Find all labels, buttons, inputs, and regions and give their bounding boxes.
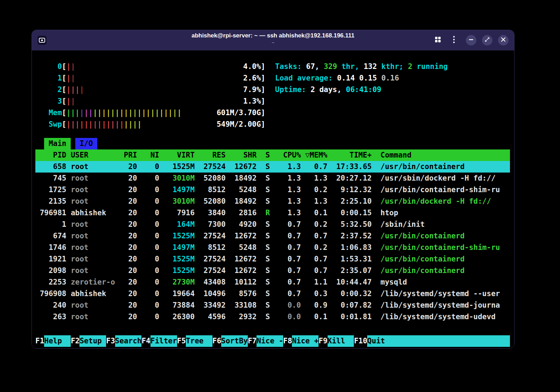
fkey-f9[interactable]: F9Kill [318,335,354,347]
cell-mem: 0.3 [310,288,328,300]
cell-shr: 12672 [226,161,257,173]
table-header-row: PIDUSERPRINIVIRTRESSHRSCPU%▽MEM%TIME+Com… [35,149,510,161]
process-row-796981[interactable]: 796981abhishek200791638402816R1.30.10:00… [35,207,510,219]
process-row-2253[interactable]: 2253zerotier-o2002730M4340810112S0.71.11… [35,276,510,288]
cell-ni: 0 [137,265,159,276]
cell-pri: 20 [115,300,137,311]
cell-shr: 33108 [226,300,257,311]
window-title: abhishek@rpi-server: ~ — ssh abhishek@19… [191,32,355,39]
cell-mem: 1.1 [310,276,328,288]
cell-pri: 20 [115,311,137,323]
tab-overview-button[interactable] [434,36,442,44]
cell-s: S [257,184,270,196]
process-row-1746[interactable]: 1746root2001497M85125248S0.70.21:06.83/u… [35,242,510,253]
header-mem[interactable]: MEM% [310,149,328,161]
cell-pid: 2135 [35,196,66,207]
header-pid[interactable]: PID [35,149,66,161]
header-user[interactable]: USER [66,149,115,161]
summary-line: Tasks: 67, 329 thr, 132 kthr; 2 running [275,61,448,72]
minimize-button[interactable] [466,35,476,46]
process-row-1921[interactable]: 1921root2001525M2752412672S0.70.71:53.31… [35,253,510,265]
cell-time: 9:12.32 [327,184,371,196]
cell-virt: 26300 [159,311,195,323]
process-row-2135[interactable]: 2135root2003010M5208018492S1.31.32:25.10… [35,196,510,207]
process-row-1725[interactable]: 1725root2001497M85125248S1.30.29:12.32/u… [35,184,510,196]
cell-pri: 20 [115,253,137,265]
cell-s: S [257,242,270,253]
cell-mem: 0.1 [310,311,328,323]
header-ni[interactable]: NI [137,149,159,161]
cell-cpu: 0.0 [270,311,301,323]
fkey-f4[interactable]: F4Filter [141,335,177,347]
cell-cmd: /usr/bin/dockerd -H fd:// [372,196,510,207]
summary-line: Uptime: 2 days, 06:41:09 [275,84,448,96]
process-row-796908[interactable]: 796908abhishek20019664104968576S0.70.30:… [35,288,510,300]
header-pri[interactable]: PRI [115,149,137,161]
fkey-f2[interactable]: F2Setup [71,335,106,347]
header-shr[interactable]: SHR [226,149,257,161]
process-row-1[interactable]: 1root200164M73004920S0.70.25:32.50/sbin/… [35,219,510,230]
process-row-745[interactable]: 745root2003010M5208018492S1.31.320:27.12… [35,173,510,184]
cell-ni: 0 [137,173,159,184]
tab-main[interactable]: Main [44,138,71,149]
cell-shr: 18492 [226,173,257,184]
cell-cpu: 1.3 [270,184,301,196]
cell-ni: 0 [137,161,159,173]
fkey-f3[interactable]: F3Search [106,335,141,347]
header-cpu[interactable]: CPU% [270,149,301,161]
desktop: abhishek@rpi-server: ~ — ssh abhishek@19… [0,0,560,392]
close-button[interactable] [498,35,509,46]
menu-button[interactable] [450,36,458,44]
cell-cmd: /usr/bin/containerd-shim-ru [372,184,510,196]
cell-cpu: 0.7 [270,276,301,288]
header-res[interactable]: RES [195,149,226,161]
fkey-f1[interactable]: F1Help [35,335,71,347]
fkey-f6[interactable]: F6SortBy [212,335,248,347]
cell-cpu: 0.7 [270,230,301,242]
cell-shr: 4920 [226,219,257,230]
maximize-button[interactable] [482,35,492,46]
cell-s: S [257,219,270,230]
terminal-screen[interactable]: 0[||4.0%]1[||2.6%]2[||||7.9%]3[||1.3%]Me… [32,50,514,348]
cell-res: 27524 [195,265,226,276]
cell-virt: 1497M [159,184,195,196]
tab-i-o[interactable]: I/O [75,138,97,149]
fkey-f10[interactable]: F10Quit [354,335,510,347]
cell-cpu: 1.3 [270,161,301,173]
maximize-icon [484,37,490,44]
header-s[interactable]: S [257,149,270,161]
cell-cmd: /usr/bin/containerd [372,161,510,173]
fkey-f7[interactable]: F7Nice - [248,335,283,347]
meter-swp: Swp[|||||||||||||||||549M/2.00G] [49,119,265,130]
fkey-f5[interactable]: F5Tree [177,335,212,347]
cell-user: root [66,311,115,323]
process-row-2098[interactable]: 2098root2001525M2752412672S0.70.72:35.07… [35,265,510,276]
cell-pid: 263 [35,311,66,323]
cell-res: 4596 [195,311,226,323]
cell-mem: 0.7 [310,230,328,242]
cell-pri: 20 [115,288,137,300]
header-virt[interactable]: VIRT [159,149,195,161]
cell-user: root [66,173,115,184]
cell-ni: 0 [137,253,159,265]
header-time[interactable]: TIME+ [327,149,371,161]
cell-cmd: /usr/sbin/dockerd -H fd:// [372,173,510,184]
cell-pid: 2253 [35,276,66,288]
fkey-f8[interactable]: F8Nice + [283,335,318,347]
process-row-263[interactable]: 263root2002630045962932S0.00.10:01.81/li… [35,311,510,323]
process-row-240[interactable]: 240root200738843349233108S0.00.90:07.82/… [35,300,510,311]
cell-res: 43408 [195,276,226,288]
titlebar[interactable]: abhishek@rpi-server: ~ — ssh abhishek@19… [32,30,514,50]
cell-cmd: /sbin/init [372,219,510,230]
process-row-674[interactable]: 674root2001525M2752412672S0.70.72:37.52/… [35,230,510,242]
header-cmd[interactable]: Command [372,149,510,161]
cell-user: abhishek [66,207,115,219]
cell-res: 7300 [195,219,226,230]
cell-cpu: 0.0 [270,300,301,311]
meter-0: 0[||4.0%] [49,61,265,72]
process-row-658[interactable]: 658root2001525M2752412672S1.30.717:33.65… [35,161,510,173]
cell-tri [301,230,310,242]
cell-ni: 0 [137,219,159,230]
cell-ni: 0 [137,300,159,311]
cell-time: 2:35.07 [327,265,371,276]
